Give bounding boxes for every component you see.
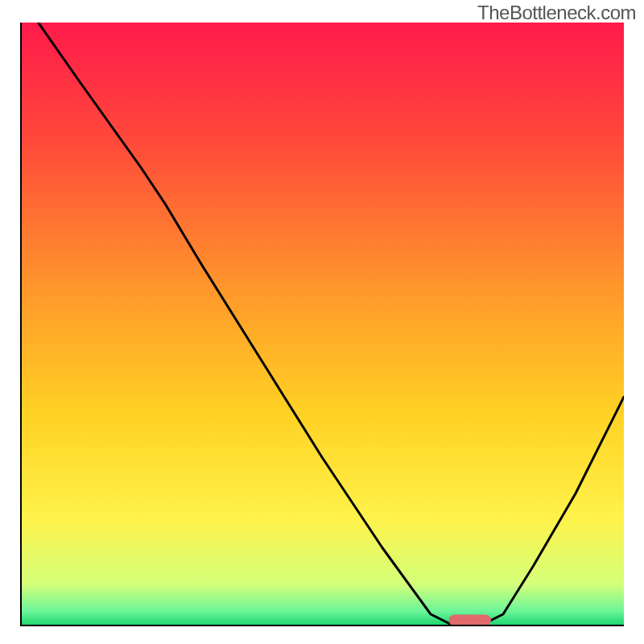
chart-background-gradient <box>20 23 624 626</box>
chart-area <box>20 23 624 626</box>
optimal-marker <box>449 615 492 626</box>
chart-svg <box>20 23 624 626</box>
watermark-text: TheBottleneck.com <box>477 2 636 24</box>
